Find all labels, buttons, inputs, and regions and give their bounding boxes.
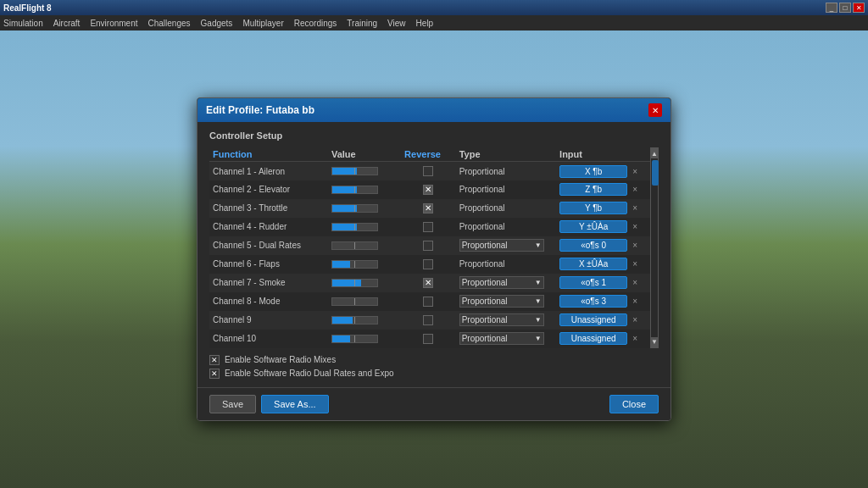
col-function: Function [209, 147, 328, 162]
menu-recordings[interactable]: Recordings [294, 19, 337, 28]
reverse-cell[interactable] [401, 162, 456, 180]
reverse-cell[interactable] [401, 292, 456, 311]
type-cell[interactable]: Proportional▼ [456, 311, 556, 330]
app-close-button[interactable]: ✕ [853, 3, 865, 13]
reverse-checkbox[interactable] [423, 241, 433, 251]
scroll-up-button[interactable]: ▲ [650, 148, 659, 158]
type-cell[interactable]: Proportional▼ [456, 292, 556, 311]
scroll-handle[interactable] [652, 160, 659, 186]
value-cell [328, 162, 401, 180]
close-button[interactable]: Close [609, 395, 659, 413]
table-row: Channel 10Proportional▼Unassigned× [209, 330, 650, 348]
input-button[interactable]: X ±ÛÀa [559, 258, 627, 270]
menu-help[interactable]: Help [416, 19, 434, 28]
input-button[interactable]: Unassigned [559, 332, 627, 345]
input-button[interactable]: «o¶s 3 [559, 295, 627, 308]
clear-input-button[interactable]: × [630, 185, 640, 195]
reverse-checkbox[interactable] [423, 222, 433, 232]
clear-input-button[interactable]: × [630, 278, 640, 288]
type-dropdown[interactable]: Proportional▼ [459, 295, 544, 308]
enable-dual-rates-checkbox[interactable]: ✕ [209, 369, 220, 379]
minimize-button[interactable]: _ [826, 3, 837, 13]
channel-name: Channel 5 - Dual Rates [209, 236, 328, 255]
value-cell [328, 330, 401, 348]
type-cell[interactable]: Proportional▼ [456, 330, 556, 348]
table-scrollbar[interactable]: ▲ ▼ [650, 147, 659, 348]
clear-input-button[interactable]: × [630, 203, 640, 214]
menu-aircraft[interactable]: Aircraft [53, 19, 81, 28]
menu-challenges[interactable]: Challenges [148, 19, 191, 28]
reverse-checkbox[interactable]: ✕ [423, 185, 433, 195]
menu-view[interactable]: View [387, 19, 406, 28]
table-row: Channel 5 - Dual RatesProportional▼«o¶s … [209, 236, 650, 255]
reverse-checkbox[interactable] [423, 259, 433, 269]
type-cell: Proportional [456, 162, 556, 180]
type-dropdown[interactable]: Proportional▼ [459, 239, 544, 252]
reverse-cell[interactable]: ✕ [401, 199, 456, 218]
save-button[interactable]: Save [209, 395, 256, 413]
menu-training[interactable]: Training [347, 19, 377, 28]
modal-overlay: Edit Profile: Futaba bb ✕ Controller Set… [0, 30, 868, 488]
reverse-cell[interactable] [401, 255, 456, 274]
col-value: Value [328, 147, 401, 162]
reverse-cell[interactable] [401, 218, 456, 236]
menu-multiplayer[interactable]: Multiplayer [242, 19, 283, 28]
input-button[interactable]: Y ±ÛÀa [559, 220, 627, 233]
reverse-cell[interactable] [401, 236, 456, 255]
input-cell: Unassigned× [556, 311, 650, 330]
input-button[interactable]: «o¶s 1 [559, 276, 627, 289]
reverse-checkbox[interactable] [423, 297, 433, 307]
input-cell: «o¶s 1× [556, 274, 650, 292]
input-button[interactable]: X ¶b [559, 165, 627, 178]
maximize-button[interactable]: □ [839, 3, 851, 13]
clear-input-button[interactable]: × [630, 315, 640, 325]
type-dropdown[interactable]: Proportional▼ [459, 332, 544, 345]
col-reverse: Reverse [401, 147, 456, 162]
menubar: Simulation Aircraft Environment Challeng… [0, 15, 868, 30]
reverse-cell[interactable] [401, 330, 456, 348]
channel-name: Channel 3 - Throttle [209, 199, 328, 218]
input-button[interactable]: Y ¶b [559, 202, 627, 214]
clear-input-button[interactable]: × [630, 259, 640, 269]
table-row: Channel 1 - AileronProportionalX ¶b× [209, 162, 650, 180]
reverse-checkbox[interactable] [423, 315, 433, 325]
reverse-checkbox[interactable] [423, 166, 433, 176]
type-cell[interactable]: Proportional▼ [456, 274, 556, 292]
input-cell: «o¶s 0× [556, 236, 650, 255]
clear-input-button[interactable]: × [630, 334, 640, 344]
save-as-button[interactable]: Save As... [261, 395, 329, 413]
app-titlebar: RealFlight 8 _ □ ✕ [0, 0, 868, 15]
clear-input-button[interactable]: × [630, 297, 640, 307]
enable-mixes-checkbox[interactable]: ✕ [209, 355, 220, 365]
reverse-cell[interactable]: ✕ [401, 274, 456, 292]
input-button[interactable]: Z ¶b [559, 183, 627, 196]
channel-name: Channel 7 - Smoke [209, 274, 328, 292]
type-cell: Proportional [456, 180, 556, 199]
dialog-close-button[interactable]: ✕ [648, 103, 662, 117]
clear-input-button[interactable]: × [630, 241, 640, 251]
reverse-cell[interactable] [401, 311, 456, 330]
input-button[interactable]: Unassigned [559, 313, 627, 326]
clear-input-button[interactable]: × [630, 222, 640, 232]
scroll-track[interactable] [651, 158, 658, 337]
input-button[interactable]: «o¶s 0 [559, 239, 627, 252]
check-row-1: ✕ Enable Software Radio Mixes [209, 355, 659, 365]
menu-simulation[interactable]: Simulation [3, 19, 43, 28]
section-title: Controller Setup [209, 130, 659, 141]
reverse-cell[interactable]: ✕ [401, 180, 456, 199]
controller-table: Function Value Reverse Type Input Channe… [209, 147, 650, 348]
type-dropdown[interactable]: Proportional▼ [459, 276, 544, 289]
reverse-checkbox[interactable]: ✕ [423, 203, 433, 214]
clear-input-button[interactable]: × [630, 166, 640, 176]
reverse-checkbox[interactable]: ✕ [423, 278, 433, 288]
reverse-checkbox[interactable] [423, 334, 433, 344]
controller-table-wrapper: Function Value Reverse Type Input Channe… [209, 147, 650, 348]
menu-gadgets[interactable]: Gadgets [201, 19, 233, 28]
scroll-down-button[interactable]: ▼ [650, 337, 659, 347]
menu-environment[interactable]: Environment [90, 19, 137, 28]
type-cell[interactable]: Proportional▼ [456, 236, 556, 255]
type-dropdown[interactable]: Proportional▼ [459, 313, 544, 326]
table-row: Channel 2 - Elevator✕ProportionalZ ¶b× [209, 180, 650, 199]
dialog-titlebar: Edit Profile: Futaba bb ✕ [198, 98, 670, 122]
col-type: Type [456, 147, 556, 162]
